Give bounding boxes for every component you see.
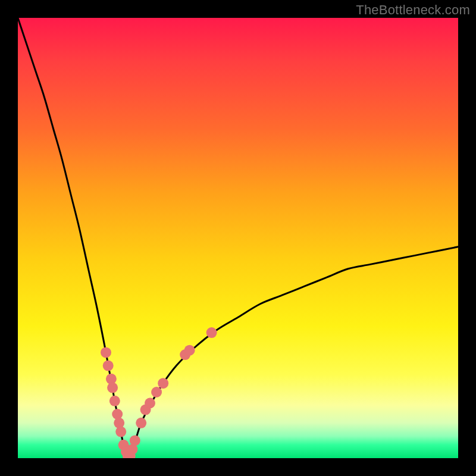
- data-marker: [115, 427, 126, 437]
- data-marker: [151, 387, 162, 397]
- data-marker: [130, 435, 140, 446]
- watermark-text: TheBottleneck.com: [356, 2, 470, 18]
- plot-area: [18, 18, 458, 458]
- data-marker: [184, 345, 195, 356]
- data-marker: [145, 398, 155, 409]
- data-marker: [112, 409, 123, 419]
- data-marker: [101, 347, 111, 358]
- data-marker: [109, 396, 120, 406]
- chart-svg: [18, 18, 458, 458]
- data-marker: [158, 378, 168, 389]
- curve-path: [18, 18, 458, 458]
- bottleneck-curve: [18, 18, 458, 458]
- marker-group: [101, 327, 217, 458]
- data-marker: [114, 418, 124, 428]
- data-marker: [103, 361, 114, 371]
- data-marker: [107, 383, 118, 393]
- data-marker: [206, 327, 217, 338]
- data-marker: [136, 418, 146, 428]
- chart-frame: TheBottleneck.com: [0, 0, 476, 476]
